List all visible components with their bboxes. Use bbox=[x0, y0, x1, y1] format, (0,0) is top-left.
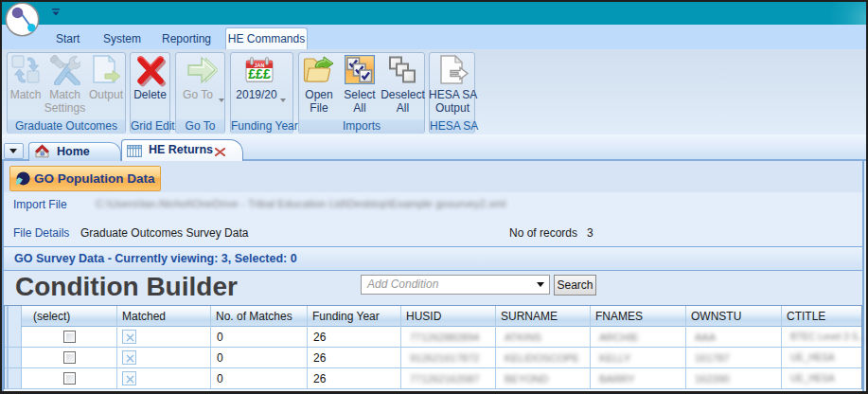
svg-text:£££: £££ bbox=[248, 66, 271, 81]
